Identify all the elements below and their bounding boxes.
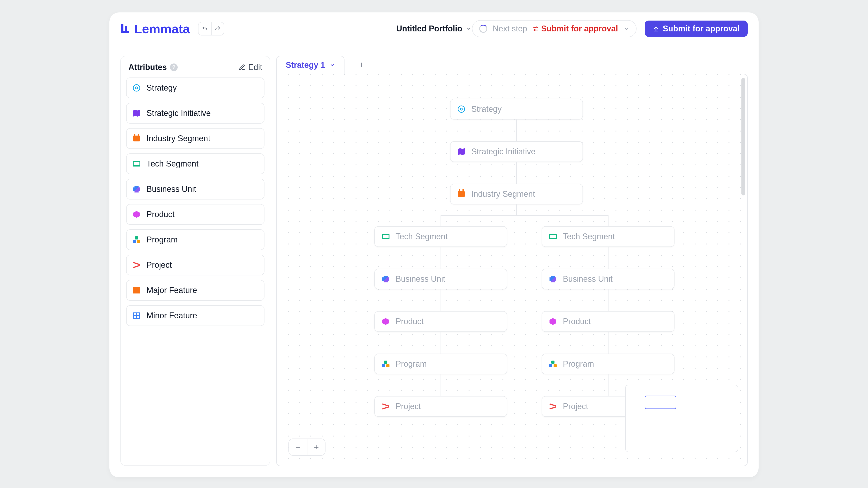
attr-item-program[interactable]: Program — [126, 229, 265, 250]
node-industry-segment[interactable]: Industry Segment — [450, 184, 583, 204]
node-label: Industry Segment — [471, 189, 535, 199]
node-label: Tech Segment — [563, 232, 615, 241]
undo-button[interactable] — [198, 22, 211, 35]
attr-item-strategy[interactable]: Strategy — [126, 77, 265, 98]
connector — [608, 375, 609, 396]
canvas[interactable]: StrategyStrategic InitiativeIndustry Seg… — [276, 74, 748, 466]
attr-label: Minor Feature — [147, 311, 197, 320]
arrows-icon — [381, 402, 390, 411]
attr-item-major-feature[interactable]: Major Feature — [126, 280, 265, 301]
brand: Lemmata — [120, 22, 190, 36]
portfolio-title-dropdown[interactable]: Untitled Portfolio — [396, 24, 472, 33]
node-label: Product — [563, 317, 591, 326]
history-group — [198, 22, 224, 35]
sliders-icon — [532, 26, 539, 32]
zoom-in-button[interactable]: + — [307, 439, 325, 455]
node-label: Project — [396, 402, 421, 411]
connector — [441, 215, 608, 216]
connector — [440, 247, 441, 269]
tabbar: Strategy 1 + — [276, 56, 748, 74]
spinner-icon — [479, 25, 487, 33]
add-tab-button[interactable]: + — [353, 57, 370, 73]
attr-label: Tech Segment — [147, 159, 198, 168]
laptop-icon — [549, 232, 557, 240]
cube-icon — [132, 210, 141, 219]
help-icon[interactable]: ? — [170, 64, 178, 71]
attr-item-project[interactable]: Project — [126, 255, 265, 275]
node-product[interactable]: Product — [374, 311, 507, 332]
header-actions: Next step Submit for approval Submit for… — [472, 20, 748, 37]
attr-item-minor-feature[interactable]: Minor Feature — [126, 305, 265, 326]
node-business-unit[interactable]: Business Unit — [541, 269, 675, 289]
cluster-icon — [132, 236, 141, 244]
zoom-out-button[interactable]: − — [289, 439, 307, 455]
node-strategy[interactable]: Strategy — [450, 99, 583, 120]
attr-label: Product — [147, 210, 175, 219]
node-label: Project — [563, 402, 588, 411]
next-step-label: Next step — [493, 24, 527, 33]
svg-rect-2 — [125, 26, 127, 31]
node-business-unit[interactable]: Business Unit — [374, 269, 507, 289]
connector — [608, 332, 609, 354]
attr-item-business-unit[interactable]: Business Unit — [126, 179, 265, 199]
edit-attributes-button[interactable]: Edit — [239, 63, 262, 72]
puzzle-icon — [549, 275, 557, 283]
connector — [440, 215, 441, 226]
cluster-icon — [549, 360, 557, 368]
svg-point-4 — [534, 30, 535, 31]
connector — [440, 332, 441, 354]
minimap-viewport[interactable] — [645, 396, 676, 409]
grid4-icon — [132, 286, 141, 294]
cube-icon — [549, 318, 557, 326]
tab-strategy-1[interactable]: Strategy 1 — [276, 56, 344, 74]
header: Lemmata Untitled Portfolio Next step Sub… — [110, 12, 758, 45]
attr-label: Business Unit — [147, 184, 196, 194]
node-product[interactable]: Product — [541, 311, 675, 332]
arrows-icon — [132, 261, 141, 269]
main: Strategy 1 + StrategyStrategic Initiativ… — [276, 56, 748, 466]
next-step-action: Submit for approval — [532, 24, 618, 33]
laptop-icon — [381, 232, 390, 240]
node-tech-segment[interactable]: Tech Segment — [374, 226, 507, 247]
node-label: Strategic Initiative — [471, 147, 535, 156]
node-strategic-initiative[interactable]: Strategic Initiative — [450, 141, 583, 162]
connector — [608, 247, 609, 269]
map-icon — [457, 148, 465, 156]
attr-label: Strategy — [147, 83, 177, 93]
target-icon — [457, 105, 465, 113]
attr-item-product[interactable]: Product — [126, 204, 265, 225]
attr-item-strategic-initiative[interactable]: Strategic Initiative — [126, 103, 265, 124]
chevron-down-icon — [466, 26, 472, 32]
upload-icon — [653, 26, 659, 32]
connector — [516, 120, 517, 141]
grid4b-icon — [132, 312, 141, 320]
map-icon — [132, 109, 141, 117]
puzzle-icon — [132, 185, 141, 193]
attr-label: Project — [147, 260, 172, 270]
puzzle-icon — [381, 275, 390, 283]
portfolio-title: Untitled Portfolio — [396, 24, 462, 33]
target-icon — [132, 84, 141, 92]
laptop-icon — [132, 160, 141, 168]
node-tech-segment[interactable]: Tech Segment — [541, 226, 675, 247]
attr-label: Program — [147, 235, 178, 245]
connector — [516, 204, 517, 215]
next-step-pill[interactable]: Next step Submit for approval — [472, 20, 637, 37]
attr-item-industry-segment[interactable]: Industry Segment — [126, 128, 265, 149]
connector — [440, 375, 441, 396]
node-label: Program — [396, 359, 427, 369]
node-label: Tech Segment — [396, 232, 447, 241]
redo-button[interactable] — [211, 22, 224, 35]
attr-label: Major Feature — [147, 286, 197, 295]
minimap[interactable] — [625, 385, 738, 452]
submit-for-approval-button[interactable]: Submit for approval — [645, 21, 748, 37]
chevron-down-icon — [330, 62, 335, 68]
node-label: Business Unit — [563, 274, 613, 284]
attr-label: Strategic Initiative — [147, 108, 211, 118]
node-project[interactable]: Project — [374, 396, 507, 417]
attr-item-tech-segment[interactable]: Tech Segment — [126, 153, 265, 174]
node-program[interactable]: Program — [541, 354, 675, 375]
attr-label: Industry Segment — [147, 134, 210, 143]
node-program[interactable]: Program — [374, 354, 507, 375]
connector — [516, 162, 517, 184]
